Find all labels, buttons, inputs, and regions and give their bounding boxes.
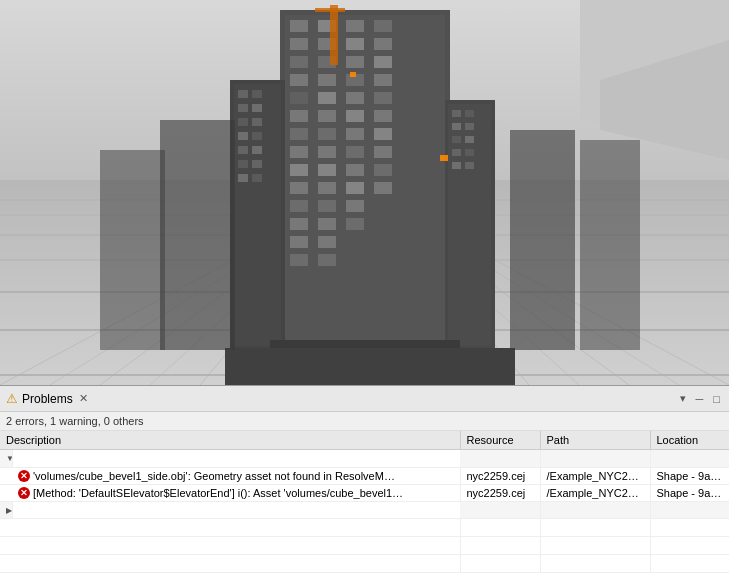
problem-description: 'volumes/cube_bevel1_side.obj': Geometry…: [33, 470, 395, 482]
svg-rect-52: [318, 218, 336, 230]
svg-rect-84: [252, 118, 262, 126]
svg-rect-88: [252, 146, 262, 154]
svg-rect-34: [290, 146, 308, 158]
svg-rect-63: [346, 164, 364, 176]
svg-rect-99: [452, 136, 461, 143]
svg-rect-79: [238, 90, 248, 98]
svg-rect-29: [290, 56, 308, 68]
svg-rect-114: [580, 140, 640, 350]
svg-rect-70: [374, 74, 392, 86]
svg-rect-85: [238, 132, 248, 140]
svg-rect-90: [252, 160, 262, 168]
svg-rect-57: [346, 56, 364, 68]
svg-rect-75: [374, 164, 392, 176]
svg-rect-35: [290, 164, 308, 176]
svg-rect-40: [290, 254, 308, 266]
svg-rect-66: [346, 218, 364, 230]
svg-rect-31: [290, 92, 308, 104]
svg-rect-105: [330, 5, 338, 65]
svg-rect-51: [318, 200, 336, 212]
svg-rect-98: [465, 123, 474, 130]
error-icon: ✕: [18, 487, 30, 499]
svg-rect-37: [290, 200, 308, 212]
expand-arrow[interactable]: ▼: [6, 454, 13, 463]
warning-panel-icon: ⚠: [6, 391, 18, 406]
table-row[interactable]: ✕[Method: 'DefaultSElevator$ElevatorEnd'…: [0, 485, 729, 502]
panel-close-button[interactable]: ✕: [79, 392, 88, 405]
svg-rect-45: [318, 92, 336, 104]
svg-rect-39: [290, 236, 308, 248]
panel-minimize-button[interactable]: ─: [693, 392, 707, 406]
svg-rect-64: [346, 182, 364, 194]
expand-arrow[interactable]: ▶: [6, 506, 12, 515]
svg-rect-62: [346, 146, 364, 158]
svg-rect-108: [440, 155, 448, 161]
svg-rect-61: [346, 128, 364, 140]
svg-rect-60: [346, 110, 364, 122]
svg-rect-103: [452, 162, 461, 169]
3d-viewport[interactable]: [0, 0, 729, 385]
svg-rect-86: [252, 132, 262, 140]
svg-rect-72: [374, 110, 392, 122]
error-icon: ✕: [18, 470, 30, 482]
svg-rect-102: [465, 149, 474, 156]
svg-rect-73: [374, 128, 392, 140]
panel-maximize-button[interactable]: □: [710, 392, 723, 406]
problem-description: [Method: 'DefaultSElevator$ElevatorEnd']…: [33, 487, 403, 499]
svg-rect-71: [374, 92, 392, 104]
svg-rect-104: [465, 162, 474, 169]
problem-location: Shape - 9a500…: [650, 485, 729, 502]
svg-rect-27: [290, 20, 308, 32]
col-header-resource: Resource: [460, 431, 540, 450]
group-row-1[interactable]: ▶ ⚠ Rule Error (1 item): [0, 502, 729, 519]
svg-rect-106: [315, 8, 345, 12]
panel-collapse-button[interactable]: ▾: [677, 391, 689, 406]
svg-rect-89: [238, 160, 248, 168]
svg-rect-44: [318, 74, 336, 86]
col-header-description: Description: [0, 431, 460, 450]
svg-rect-30: [290, 74, 308, 86]
svg-rect-53: [318, 236, 336, 248]
group-row-0[interactable]: ▼ ✕ Model Error (2 items): [0, 450, 729, 468]
problems-table: Description Resource Path Location ▼ ✕ M…: [0, 431, 729, 588]
svg-rect-26: [285, 15, 445, 355]
svg-rect-46: [318, 110, 336, 122]
problem-resource: nyc2259.cej: [460, 468, 540, 485]
svg-rect-92: [252, 174, 262, 182]
svg-rect-65: [346, 200, 364, 212]
svg-rect-95: [452, 110, 461, 117]
svg-rect-101: [452, 149, 461, 156]
svg-rect-112: [510, 130, 575, 350]
svg-rect-107: [350, 72, 356, 77]
svg-rect-55: [346, 20, 364, 32]
table-header-row: Description Resource Path Location: [0, 431, 729, 450]
empty-row: [0, 537, 729, 555]
panel-header: ⚠ Problems ✕ ▾ ─ □: [0, 386, 729, 412]
svg-rect-110: [225, 348, 515, 385]
problem-path: /Example_NYC225…: [540, 468, 650, 485]
svg-rect-33: [290, 128, 308, 140]
svg-rect-111: [160, 120, 235, 350]
svg-rect-36: [290, 182, 308, 194]
svg-rect-48: [318, 146, 336, 158]
svg-rect-32: [290, 110, 308, 122]
svg-rect-47: [318, 128, 336, 140]
svg-rect-68: [374, 38, 392, 50]
svg-rect-87: [238, 146, 248, 154]
svg-rect-28: [290, 38, 308, 50]
panel-title: Problems: [22, 392, 73, 406]
panel-controls: ▾ ─ □: [677, 391, 723, 406]
svg-rect-74: [374, 146, 392, 158]
svg-rect-76: [374, 182, 392, 194]
problem-path: /Example_NYC225…: [540, 485, 650, 502]
problems-summary: 2 errors, 1 warning, 0 others: [0, 412, 729, 431]
svg-rect-97: [452, 123, 461, 130]
svg-rect-56: [346, 38, 364, 50]
svg-rect-96: [465, 110, 474, 117]
svg-rect-54: [318, 254, 336, 266]
problem-location: Shape - 9a500…: [650, 468, 729, 485]
empty-row: [0, 555, 729, 573]
table-row[interactable]: ✕'volumes/cube_bevel1_side.obj': Geometr…: [0, 468, 729, 485]
col-header-location: Location: [650, 431, 729, 450]
svg-rect-49: [318, 164, 336, 176]
